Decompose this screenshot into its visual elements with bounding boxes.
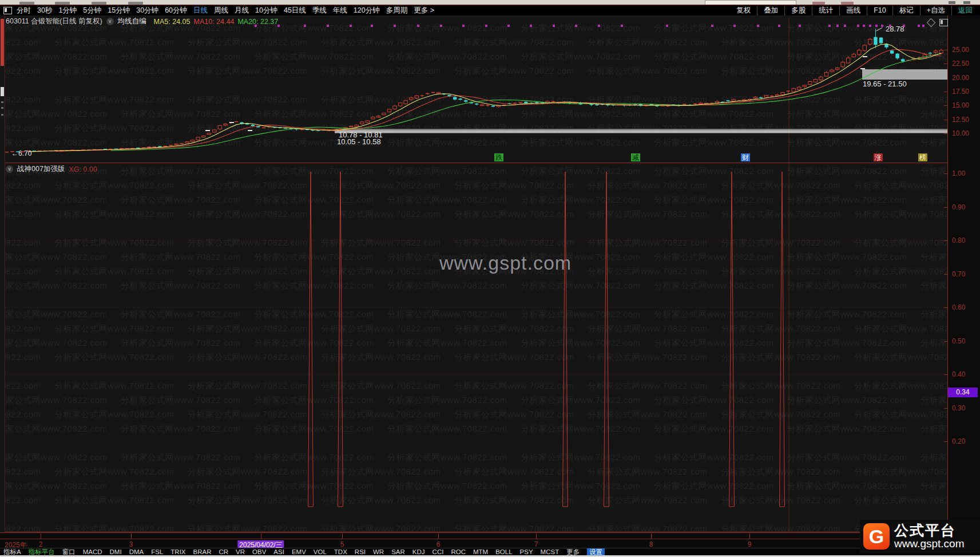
period-tab-多周期[interactable]: 多周期	[386, 6, 408, 15]
event-marker-涨: 涨	[874, 153, 883, 161]
collapse-chevron-icon[interactable]: ∨	[106, 18, 114, 25]
indicator-axis-label: 1.00	[952, 169, 978, 177]
collapse-chevron-icon[interactable]: ∨	[6, 165, 13, 173]
indicator-tab-ASI[interactable]: ASI	[273, 548, 284, 555]
action-标记[interactable]: 标记	[892, 6, 920, 15]
price-axis-label: 17.50	[952, 88, 978, 96]
indicator-tab-VOL[interactable]: VOL	[314, 548, 327, 555]
period-toolbar: 分时30秒1分钟5分钟15分钟30分钟60分钟日线周线月线10分钟45日线季线年…	[0, 5, 980, 17]
indicator-tab-设置[interactable]: 设置	[587, 548, 605, 555]
window-minimize-button[interactable]	[949, 1, 955, 4]
date-tick-5: 5	[340, 540, 344, 548]
indicator-tab-CCI[interactable]: CCI	[433, 548, 444, 555]
indicator-tab-更多[interactable]: 更多	[566, 548, 580, 555]
signal-spike-plot[interactable]	[0, 163, 947, 532]
month-gridline	[536, 534, 537, 539]
indicator-tab-TDX[interactable]: TDX	[334, 548, 347, 555]
indicator-tab-ROC[interactable]: ROC	[451, 548, 466, 555]
month-gridline	[342, 534, 343, 539]
indicator-tab-EMV[interactable]: EMV	[292, 548, 306, 555]
period-tab-更多 >[interactable]: 更多 >	[414, 6, 434, 15]
action-+自选[interactable]: +自选	[920, 6, 951, 15]
indicator-tab-TRIX[interactable]: TRIX	[170, 548, 185, 555]
layout-panel-icon[interactable]	[3, 7, 12, 14]
stock-info-bar: 603011 合锻智能(日线 前复权) ∨ 均线自编 MA5: 24.05MA1…	[6, 17, 278, 26]
action-F10[interactable]: F10	[867, 6, 892, 15]
action-复权[interactable]: 复权	[730, 6, 757, 15]
period-tab-120分钟[interactable]: 120分钟	[354, 6, 380, 15]
period-tab-10分钟[interactable]: 10分钟	[255, 6, 277, 15]
period-tab-日线[interactable]: 日线	[193, 6, 208, 15]
period-tab-30分钟[interactable]: 30分钟	[136, 6, 158, 15]
action-叠加[interactable]: 叠加	[757, 6, 784, 15]
event-marker-跌: 跌	[494, 153, 503, 161]
period-tab-45日线[interactable]: 45日线	[284, 6, 306, 15]
indicator-tab-CR[interactable]: CR	[219, 548, 228, 555]
high-price-annotation: 28.78	[886, 25, 904, 33]
indicator-axis-label: 0.60	[952, 303, 978, 311]
candlestick-plot[interactable]	[0, 15, 947, 163]
period-tab-1分钟[interactable]: 1分钟	[58, 6, 77, 15]
period-tab-60分钟[interactable]: 60分钟	[165, 6, 187, 15]
action-多股[interactable]: 多股	[784, 6, 812, 15]
indicator-tab-VR[interactable]: VR	[236, 548, 245, 555]
indicator-tab-DMA[interactable]: DMA	[129, 548, 144, 555]
indicator-tab-RSI[interactable]: RSI	[355, 548, 366, 555]
period-tab-5分钟[interactable]: 5分钟	[83, 6, 101, 15]
action-统计[interactable]: 统计	[812, 6, 839, 15]
gspt-logo[interactable]: 公式平台 www.gspt.com	[860, 520, 980, 553]
range-annotation-lower: 10.05 - 10.58	[337, 137, 381, 146]
period-tab-月线[interactable]: 月线	[235, 6, 249, 15]
box-range-annotation: 19.65 - 21.50	[863, 80, 907, 88]
indicator-tab-指标A[interactable]: 指标A	[3, 548, 21, 555]
indicator-tab-MACD[interactable]: MACD	[83, 548, 102, 555]
indicator-tab-指标平台[interactable]: 指标平台	[29, 548, 55, 555]
logo-site-text: www.gspt.com	[894, 538, 964, 550]
indicator-tab-PSY[interactable]: PSY	[520, 548, 533, 555]
split-pane-icon[interactable]	[939, 19, 948, 26]
period-tab-15分钟[interactable]: 15分钟	[108, 6, 130, 15]
price-axis-label: 10.00	[952, 129, 978, 137]
indicator-axis-label: 0.20	[952, 437, 978, 445]
indicator-signal-value: XG: 0.00	[69, 165, 97, 173]
trading-app-window: 分时30秒1分钟5分钟15分钟30分钟60分钟日线周线月线10分钟45日线季线年…	[0, 0, 980, 557]
indicator-tab-MCST[interactable]: MCST	[541, 548, 560, 555]
period-tab-分时[interactable]: 分时	[17, 6, 31, 15]
indicator-tab-bar: 指标A指标平台窗口MACDDMIDMAFSLTRIXBRARCRVROBVASI…	[0, 548, 980, 555]
low-price-annotation: ←6.70	[11, 149, 31, 157]
indicator-tab-窗口[interactable]: 窗口	[62, 548, 76, 555]
indicator-tab-SAR[interactable]: SAR	[391, 548, 405, 555]
indicator-tab-DMI[interactable]: DMI	[110, 548, 122, 555]
price-axis-label: 20.00	[952, 74, 978, 82]
period-tab-周线[interactable]: 周线	[214, 6, 228, 15]
month-gridline	[749, 534, 750, 539]
month-gridline	[131, 534, 132, 539]
period-tab-年线[interactable]: 年线	[333, 6, 347, 15]
month-gridline	[41, 534, 41, 539]
period-tab-季线[interactable]: 季线	[312, 6, 327, 15]
date-tick-2: 2	[39, 540, 43, 548]
menu-highlight-box	[705, 0, 796, 5]
action-画线[interactable]: 画线	[839, 6, 867, 15]
event-marker-财: 财	[741, 153, 750, 161]
month-gridline	[261, 534, 261, 539]
indicator-tab-OBV[interactable]: OBV	[252, 548, 266, 555]
logo-brand-text: 公式平台	[894, 523, 964, 538]
diamond-icon[interactable]	[927, 18, 936, 27]
price-axis-gutter: 25.0022.5020.0017.5015.0012.5010.001.000…	[947, 15, 980, 548]
toolbar-actions: 复权叠加多股统计画线F10标记+自选返回	[730, 5, 979, 16]
date-tick-9: 9	[748, 540, 752, 548]
indicator-axis-label: 0.30	[952, 404, 978, 412]
indicator-tab-BOLL[interactable]: BOLL	[495, 548, 512, 555]
overlay-indicator-name: 均线自编	[118, 17, 146, 26]
date-tick-6: 6	[437, 540, 441, 548]
indicator-tab-WR[interactable]: WR	[373, 548, 384, 555]
indicator-tab-FSL[interactable]: FSL	[151, 548, 163, 555]
window-close-button[interactable]	[963, 1, 970, 4]
indicator-tab-BRAR[interactable]: BRAR	[193, 548, 212, 555]
indicator-tab-MTM[interactable]: MTM	[473, 548, 488, 555]
indicator-tab-KDJ[interactable]: KDJ	[412, 548, 425, 555]
event-marker-减: 减	[631, 153, 640, 161]
action-返回[interactable]: 返回	[951, 6, 979, 15]
period-tab-30秒[interactable]: 30秒	[37, 6, 52, 15]
